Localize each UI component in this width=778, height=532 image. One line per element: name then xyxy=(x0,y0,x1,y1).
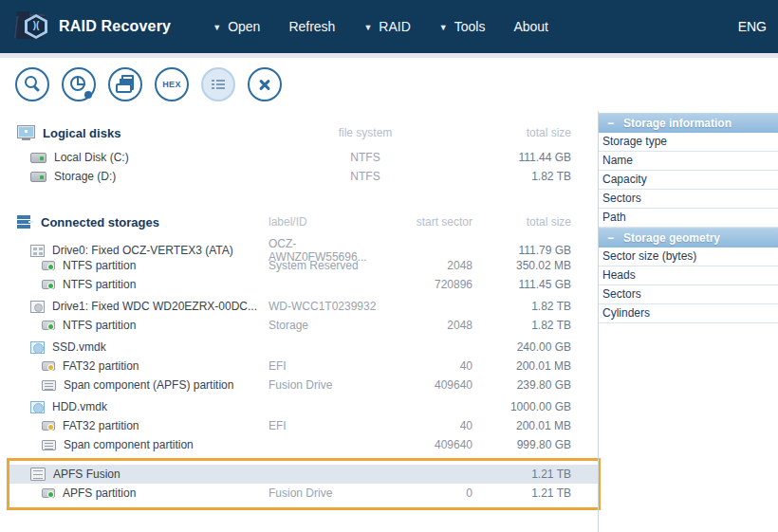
disk-copy-icon xyxy=(116,75,135,94)
search-button[interactable] xyxy=(15,67,49,101)
drive-platter-icon xyxy=(30,301,45,313)
list-icon xyxy=(209,75,228,94)
total-size-value: 1000.00 GB xyxy=(474,400,598,413)
logical-disk-row[interactable]: Local Disk (C:)NTFS111.44 GB xyxy=(9,148,598,167)
row-name-cell: NTFS partition xyxy=(9,259,269,272)
menu-item-label: RAID xyxy=(379,19,410,34)
property-label: Heads xyxy=(599,266,778,285)
menu-item-raid[interactable]: ▼RAID xyxy=(363,19,410,34)
selection-highlight-box: APFS Fusion1.21 TBAPFS partitionFusion D… xyxy=(7,458,601,510)
section-title: Connected storages xyxy=(41,215,159,229)
row-name-cell: Local Disk (C:) xyxy=(9,151,285,164)
partition-row[interactable]: Span component (APFS) partitionFusion Dr… xyxy=(9,376,598,394)
property-label: Storage type xyxy=(599,133,778,152)
dropdown-arrow-icon: ▼ xyxy=(213,23,221,32)
vmdk-disk-icon xyxy=(30,401,45,413)
label-id-value: Fusion Drive xyxy=(269,378,380,392)
column-header-total-size: total size xyxy=(474,215,598,229)
monitor-icon xyxy=(17,125,35,138)
label-id-value: EFI xyxy=(269,419,380,432)
label-id-value: Storage xyxy=(269,319,380,332)
sidebar-section-title: Storage information xyxy=(623,117,732,130)
row-name-cell: FAT32 partition xyxy=(9,419,269,432)
partition-row[interactable]: FAT32 partitionEFI40200.01 MB xyxy=(9,357,598,376)
disk-image-button[interactable] xyxy=(108,67,142,101)
partition-row[interactable]: NTFS partitionSystem Reserved2048350.02 … xyxy=(9,256,598,275)
row-name-cell: SSD.vmdk xyxy=(9,340,269,354)
start-sector-value: 409640 xyxy=(380,438,474,451)
storage-name: APFS Fusion xyxy=(53,468,120,481)
logical-disks-rows: Local Disk (C:)NTFS111.44 GBStorage (D:)… xyxy=(9,148,598,186)
logical-disk-row[interactable]: Storage (D:)NTFS1.82 TB xyxy=(9,167,598,186)
property-label: Capacity xyxy=(599,171,778,190)
logical-disk-icon xyxy=(30,153,46,163)
total-size-value: 350.02 MB xyxy=(474,259,598,272)
partition-yellow-icon xyxy=(42,361,55,371)
app-logo-icon xyxy=(13,10,51,43)
partition-row[interactable]: FAT32 partitionEFI40200.01 MB xyxy=(9,416,598,435)
connected-storages-header: Connected storages label/ID start sector… xyxy=(9,212,598,231)
content-area: Logical disks file system total size Loc… xyxy=(0,111,778,532)
sidebar-section: −Storage informationStorage typeNameCapa… xyxy=(599,113,778,228)
properties-button[interactable] xyxy=(201,67,235,101)
sidebar-section-header[interactable]: −Storage information xyxy=(599,113,778,133)
collapse-icon[interactable]: − xyxy=(607,232,614,244)
collapse-icon[interactable]: − xyxy=(607,118,614,129)
partition-green-icon xyxy=(42,261,55,270)
partition-green-icon xyxy=(42,321,55,330)
partitions-button[interactable] xyxy=(62,67,96,101)
total-size-value: 240.00 GB xyxy=(474,340,598,354)
drive-grid-icon xyxy=(30,245,45,257)
partition-row[interactable]: NTFS partition720896111.45 GB xyxy=(9,275,598,294)
column-header-file-system: file system xyxy=(285,126,446,139)
menu-item-about[interactable]: About xyxy=(513,19,548,34)
row-name-cell: NTFS partition xyxy=(9,319,269,332)
partition-yellow-icon xyxy=(42,421,55,431)
logical-disks-header: Logical disks file system total size xyxy=(9,123,598,142)
disk-name: Storage (D:) xyxy=(54,170,116,183)
property-label: Name xyxy=(599,152,778,171)
storage-row[interactable]: APFS Fusion1.21 TB xyxy=(9,465,598,484)
total-size-value: 200.01 MB xyxy=(474,419,598,432)
sidebar-section-header[interactable]: −Storage geometry xyxy=(599,228,778,248)
partition-row[interactable]: APFS partitionFusion Drive01.21 TB xyxy=(9,484,598,503)
menu-item-label: About xyxy=(513,19,548,34)
storage-row[interactable]: HDD.vmdk1000.00 GB xyxy=(9,397,598,416)
total-size-value: 999.80 GB xyxy=(474,438,598,451)
storage-row[interactable]: Drive0: Fixed OCZ-VERTEX3 (ATA)OCZ-AWNZ0… xyxy=(9,237,598,256)
storage-row[interactable]: SSD.vmdk240.00 GB xyxy=(9,338,598,357)
menu-item-tools[interactable]: ▼Tools xyxy=(439,19,486,34)
start-sector-value: 409640 xyxy=(380,378,474,392)
row-name-cell: Drive1: Fixed WDC WD20EZRX-00DC... xyxy=(9,300,269,313)
toolbar: HEX xyxy=(0,58,778,111)
span-component-icon xyxy=(42,380,56,391)
language-selector[interactable]: ENG xyxy=(738,19,767,34)
app-window: RAID Recovery ▼OpenRefresh▼RAID▼ToolsAbo… xyxy=(0,0,778,532)
hex-view-button[interactable]: HEX xyxy=(155,67,189,101)
pie-chart-icon xyxy=(69,75,88,94)
menu-item-label: Open xyxy=(228,19,260,34)
partition-row[interactable]: Span component partition409640999.80 GB xyxy=(9,435,598,454)
close-button[interactable] xyxy=(248,67,282,101)
logical-disk-icon xyxy=(30,172,46,182)
dropdown-arrow-icon: ▼ xyxy=(363,23,372,32)
menu-item-refresh[interactable]: Refresh xyxy=(288,19,335,34)
partition-row[interactable]: NTFS partitionStorage20481.82 TB xyxy=(9,316,598,335)
storage-name: HDD.vmdk xyxy=(52,400,107,413)
storage-name: APFS partition xyxy=(63,486,136,500)
partition-green-icon xyxy=(42,280,55,289)
label-id-value: WD-WCC1T0239932 xyxy=(269,300,380,313)
label-id-value: EFI xyxy=(269,359,380,373)
total-size-value: 1.82 TB xyxy=(474,319,598,332)
menu-item-open[interactable]: ▼Open xyxy=(213,19,260,34)
storage-name: FAT32 partition xyxy=(63,419,139,432)
row-name-cell: Storage (D:) xyxy=(9,170,285,183)
row-name-cell: Span component (APFS) partition xyxy=(9,378,269,392)
label-id-value: Fusion Drive xyxy=(269,486,380,500)
storage-row[interactable]: Drive1: Fixed WDC WD20EZRX-00DC...WD-WCC… xyxy=(9,297,598,316)
row-name-cell: FAT32 partition xyxy=(9,359,269,373)
total-size-value: 1.21 TB xyxy=(474,486,598,500)
storage-stack-icon xyxy=(17,215,33,229)
total-size-value: 1.82 TB xyxy=(474,300,598,313)
storage-name: Span component (APFS) partition xyxy=(64,378,233,392)
